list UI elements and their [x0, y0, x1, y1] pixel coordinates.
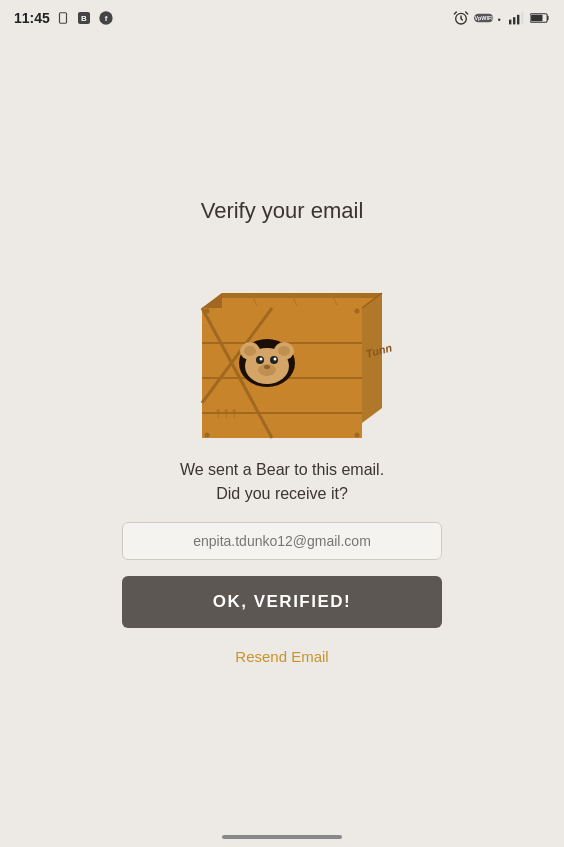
- status-bar-right: VpWIFI: [453, 10, 550, 26]
- svg-text:VpWIFI: VpWIFI: [474, 15, 493, 21]
- svg-text:B: B: [81, 14, 87, 23]
- page-title: Verify your email: [201, 198, 364, 224]
- alarm-icon: [453, 10, 469, 26]
- svg-rect-8: [509, 20, 511, 25]
- svg-point-44: [205, 433, 210, 438]
- svg-rect-9: [513, 17, 515, 24]
- status-time: 11:45: [14, 10, 50, 26]
- bottom-nav-indicator: [222, 835, 342, 839]
- svg-point-34: [274, 358, 277, 361]
- sim-icon: [56, 11, 70, 25]
- svg-point-33: [260, 358, 263, 361]
- facebook-icon: f: [98, 10, 114, 26]
- svg-text:f: f: [104, 14, 107, 23]
- subtitle: We sent a Bear to this email. Did you re…: [180, 458, 384, 506]
- svg-point-36: [264, 365, 270, 369]
- status-bar: 11:45 B f VpWIFI: [0, 0, 564, 36]
- resend-email-button[interactable]: Resend Email: [235, 648, 328, 665]
- svg-rect-11: [521, 12, 523, 25]
- status-bar-left: 11:45 B f: [14, 10, 114, 26]
- email-input[interactable]: [122, 522, 442, 560]
- svg-text:↑↑↑: ↑↑↑: [214, 404, 238, 421]
- svg-point-7: [498, 19, 500, 21]
- svg-point-45: [355, 433, 360, 438]
- svg-point-43: [355, 309, 360, 314]
- svg-marker-15: [222, 293, 382, 298]
- verify-button[interactable]: OK, VERIFIED!: [122, 576, 442, 628]
- main-content: Verify your email: [0, 36, 564, 827]
- signal-icon: [509, 11, 525, 25]
- crate-illustration: TunnelBear ↑↑↑: [172, 248, 392, 448]
- svg-point-42: [205, 309, 210, 314]
- battery-icon: [530, 12, 550, 24]
- svg-point-29: [244, 346, 256, 356]
- wifi-vpn-icon: VpWIFI: [474, 10, 504, 26]
- svg-point-30: [278, 346, 290, 356]
- svg-rect-10: [517, 15, 519, 25]
- b-icon: B: [76, 10, 92, 26]
- svg-rect-13: [531, 15, 542, 21]
